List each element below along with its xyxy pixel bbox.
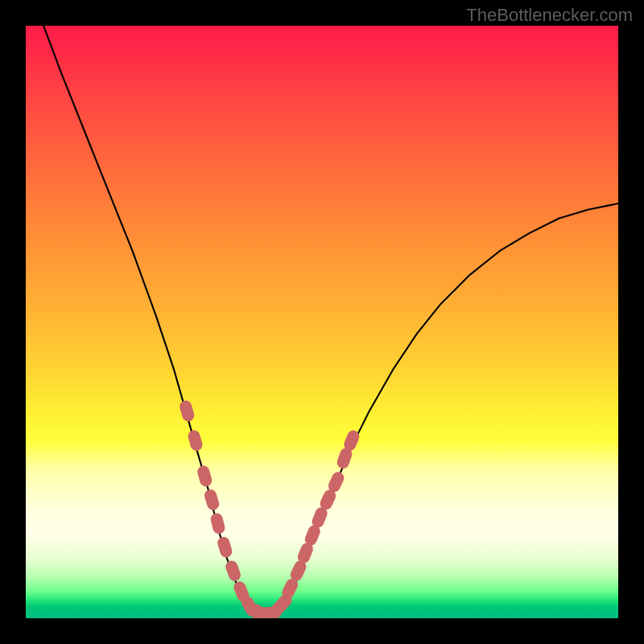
marker-dot [178,399,195,423]
frame: TheBottlenecker.com [0,0,644,644]
marker-dot [203,488,221,511]
curve-path [43,26,618,613]
watermark-text: TheBottlenecker.com [466,5,633,26]
marker-dot [196,464,213,488]
bottleneck-curve [43,26,618,613]
marker-layer [178,399,361,618]
marker-dot [187,429,204,452]
marker-dot [216,535,233,559]
marker-dot [209,512,226,535]
chart-svg [26,26,618,618]
plot-area [26,26,618,618]
marker-dot [224,559,242,582]
